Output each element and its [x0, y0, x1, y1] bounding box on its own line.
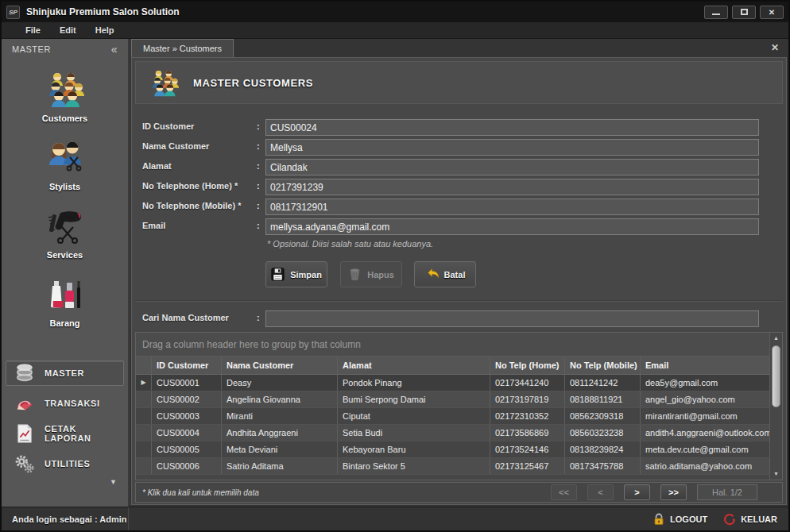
- cell-telp-mobile: 08173475788: [565, 458, 641, 474]
- batal-button[interactable]: Batal: [414, 261, 476, 287]
- padlock-icon: [653, 513, 665, 526]
- cell-id: CUS00002: [152, 391, 222, 407]
- tab-master-customers[interactable]: Master » Customers: [131, 39, 234, 57]
- simpan-button[interactable]: Simpan: [265, 261, 327, 287]
- section-label: TRANSAKSI: [45, 399, 100, 408]
- prev-page-button[interactable]: <: [587, 484, 614, 500]
- cell-telp-mobile: 08138239824: [565, 441, 641, 457]
- separator: :: [257, 121, 260, 131]
- section-cetak-laporan[interactable]: CETAK LAPORAN: [6, 421, 124, 446]
- menu-help[interactable]: Help: [87, 24, 122, 37]
- menu-file[interactable]: File: [17, 24, 48, 37]
- floppy-icon: [271, 268, 285, 281]
- customers-panel: MASTER CUSTOMERS ID Customer : Nama Cust…: [131, 57, 787, 505]
- table-row[interactable]: CUS00003 Miranti Ciputat 02172310352 085…: [136, 408, 769, 425]
- sidebar-item-label: Barang: [2, 318, 128, 328]
- sidebar-item-barang[interactable]: Barang: [2, 275, 128, 328]
- scroll-down-icon[interactable]: ▼: [770, 468, 782, 480]
- table-row[interactable]: ▶ CUS00001 Deasy Pondok Pinang 021734412…: [136, 375, 769, 391]
- transaction-icon: [14, 393, 35, 414]
- sidebar-item-stylists[interactable]: Stylists: [2, 138, 128, 191]
- hapus-label: Hapus: [367, 270, 394, 279]
- minimize-button[interactable]: [704, 6, 728, 19]
- page-indicator: Hal. 1/2: [697, 484, 757, 500]
- title-bar: SP Shinjuku Premium Salon Solution ✕: [2, 2, 788, 22]
- telp-home-field[interactable]: [265, 179, 759, 195]
- double-click-hint: * Klik dua kali untuk memilih data: [142, 488, 259, 497]
- cell-email: angel_gio@yahoo.com: [641, 391, 769, 407]
- row-indicator-cell: [136, 408, 152, 424]
- table-row[interactable]: CUS00002 Angelina Giovanna Bumi Serpong …: [136, 391, 769, 408]
- email-field[interactable]: [265, 218, 759, 235]
- column-header[interactable]: Nama Customer: [222, 357, 338, 374]
- alamat-field[interactable]: [265, 159, 759, 175]
- section-transaksi[interactable]: TRANSAKSI: [6, 391, 124, 416]
- cell-email: andith4.anggraeni@outlook.com: [641, 425, 769, 441]
- app-window: SP Shinjuku Premium Salon Solution ✕ Fil…: [0, 0, 790, 532]
- cell-alamat: Setia Budi: [338, 425, 490, 441]
- id-customer-field[interactable]: [265, 119, 759, 136]
- separator: :: [257, 313, 260, 322]
- search-input[interactable]: [265, 310, 759, 327]
- sidebar-item-label: Customers: [2, 114, 128, 123]
- scrollbar-thumb[interactable]: [772, 345, 780, 407]
- row-indicator-cell: [136, 425, 152, 441]
- sidebar-collapse-icon[interactable]: «: [111, 43, 118, 56]
- column-header[interactable]: ID Customer: [152, 357, 222, 374]
- cell-alamat: Kebayoran Baru: [338, 441, 490, 457]
- section-master[interactable]: MASTER: [6, 360, 124, 386]
- cell-telp-home: 02173586869: [490, 425, 565, 441]
- sidebar: MASTER « Customers Stylists Services Bar…: [2, 39, 129, 507]
- last-page-button[interactable]: >>: [660, 484, 687, 500]
- group-by-hint[interactable]: Drag a column header here to group by th…: [136, 333, 769, 357]
- next-page-button[interactable]: >: [624, 484, 650, 500]
- sidebar-item-services[interactable]: Services: [2, 206, 128, 260]
- cell-nama: Deasy: [222, 375, 338, 391]
- sidebar-item-label: Stylists: [2, 182, 128, 191]
- cell-nama: Andhita Anggraeni: [222, 425, 338, 441]
- cell-telp-home: 02173524146: [490, 441, 565, 457]
- simpan-label: Simpan: [290, 270, 322, 279]
- keluar-button[interactable]: KELUAR: [723, 513, 777, 526]
- cell-id: CUS00003: [152, 408, 222, 424]
- scroll-up-icon[interactable]: ▲: [770, 333, 782, 344]
- table-row[interactable]: CUS00004 Andhita Anggraeni Setia Budi 02…: [136, 425, 769, 441]
- first-page-button[interactable]: <<: [551, 484, 577, 500]
- cell-email: meta.dev.cute@gmail.com: [641, 441, 769, 457]
- database-icon: [14, 363, 35, 384]
- barang-icon: [46, 275, 84, 313]
- cell-id: CUS00005: [152, 441, 222, 457]
- alamat-label: Alamat: [142, 161, 172, 171]
- grid-scrollbar[interactable]: ▲ ▼: [769, 333, 782, 480]
- column-header[interactable]: No Telp (Mobile): [565, 357, 641, 374]
- tab-close-icon[interactable]: ✕: [771, 42, 779, 53]
- id-customer-label: ID Customer: [142, 121, 194, 131]
- table-row[interactable]: CUS00006 Satrio Aditama Bintaro Sektor 5…: [136, 458, 769, 475]
- cell-id: CUS00004: [152, 425, 222, 441]
- search-label: Cari Nama Customer: [142, 313, 229, 322]
- nama-customer-field[interactable]: [265, 139, 759, 156]
- telp-mobile-label: No Telephone (Mobile) *: [142, 201, 241, 210]
- sidebar-scroll-down-icon[interactable]: ▼: [110, 478, 117, 486]
- telp-mobile-field[interactable]: [265, 199, 759, 215]
- page-title: MASTER CUSTOMERS: [193, 77, 313, 89]
- logout-button[interactable]: LOGOUT: [653, 513, 707, 526]
- current-row-indicator-icon: ▶: [136, 375, 152, 391]
- maximize-button[interactable]: [732, 6, 756, 19]
- sidebar-item-customers[interactable]: Customers: [2, 70, 128, 123]
- cell-nama: Miranti: [222, 408, 338, 424]
- section-utilities[interactable]: UTILITIES: [6, 451, 124, 476]
- section-label: CETAK LAPORAN: [45, 424, 123, 443]
- close-button[interactable]: ✕: [760, 6, 784, 19]
- menu-edit[interactable]: Edit: [52, 24, 84, 37]
- section-divider: [135, 300, 783, 302]
- hapus-button[interactable]: Hapus: [340, 261, 402, 287]
- column-header[interactable]: Alamat: [338, 357, 490, 374]
- grid-header-row: ID Customer Nama Customer Alamat No Telp…: [136, 357, 769, 375]
- telp-home-label: No Telephone (Home) *: [142, 181, 238, 191]
- exit-icon: [723, 513, 736, 526]
- column-header[interactable]: No Telp (Home): [490, 357, 565, 374]
- gears-icon: [14, 453, 35, 474]
- column-header[interactable]: Email: [641, 357, 769, 374]
- table-row[interactable]: CUS00005 Meta Deviani Kebayoran Baru 021…: [136, 441, 769, 458]
